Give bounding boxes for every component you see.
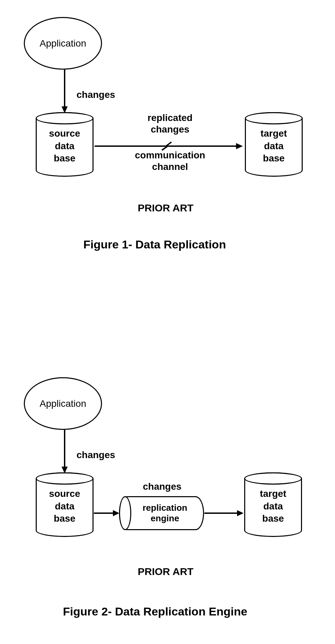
source-db-text: sourcedatabase bbox=[49, 127, 80, 164]
source-database: sourcedatabase bbox=[36, 112, 94, 177]
changes-label: changes bbox=[77, 89, 115, 101]
application-label: Application bbox=[40, 38, 86, 49]
source-database-2: sourcedatabase bbox=[36, 472, 94, 537]
application-ellipse: Application bbox=[24, 17, 102, 70]
application-ellipse-2: Application bbox=[24, 377, 102, 430]
comm-channel-label: communicationchannel bbox=[126, 150, 214, 172]
prior-art-label: PRIOR ART bbox=[138, 202, 194, 214]
source-db-text-2: sourcedatabase bbox=[49, 488, 80, 525]
replication-engine-text: replicationengine bbox=[143, 503, 187, 524]
changes-arrow-2 bbox=[60, 430, 70, 474]
figure-1-title: Figure 1- Data Replication bbox=[83, 238, 226, 251]
changes-label-engine: changes bbox=[143, 481, 182, 492]
engine-to-target-arrow bbox=[204, 508, 245, 518]
svg-marker-6 bbox=[236, 143, 243, 149]
changes-label-2: changes bbox=[77, 449, 115, 461]
src-to-engine-arrow bbox=[94, 508, 121, 518]
target-db-text: targetdatabase bbox=[261, 127, 287, 164]
figure-2: Application changes sourcedatabase chang… bbox=[0, 319, 335, 644]
target-database: targetdatabase bbox=[245, 112, 303, 177]
replication-engine: replicationengine bbox=[119, 496, 204, 530]
figure-1: Application changes sourcedatabase repli… bbox=[0, 0, 335, 319]
changes-arrow bbox=[60, 70, 70, 114]
target-db-text-2: targetdatabase bbox=[260, 488, 286, 525]
replicated-changes-label: replicatedchanges bbox=[134, 112, 206, 135]
figure-2-title: Figure 2- Data Replication Engine bbox=[63, 605, 247, 618]
prior-art-label-2: PRIOR ART bbox=[138, 566, 194, 577]
target-database-2: targetdatabase bbox=[244, 472, 302, 537]
application-label-2: Application bbox=[40, 398, 86, 409]
svg-marker-12 bbox=[237, 510, 244, 516]
svg-marker-10 bbox=[113, 510, 119, 516]
